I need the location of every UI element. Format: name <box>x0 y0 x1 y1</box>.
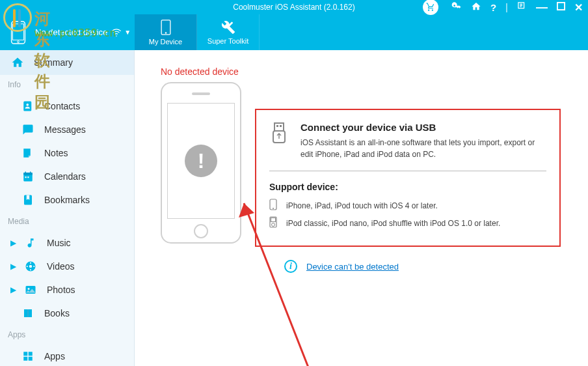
books-icon <box>21 307 35 319</box>
messages-icon <box>21 124 35 135</box>
apps-icon <box>21 350 35 362</box>
svg-rect-3 <box>12 23 23 40</box>
tab-my-device[interactable]: My Device <box>135 14 197 50</box>
sidebar-item-music[interactable]: ▶ Music <box>0 231 134 255</box>
svg-point-21 <box>27 266 28 267</box>
svg-point-24 <box>28 288 30 290</box>
sidebar-section-media: Media <box>0 212 134 231</box>
help-icon[interactable]: ? <box>490 2 496 13</box>
svg-point-4 <box>18 40 20 42</box>
notes-icon <box>21 147 35 159</box>
wifi-icon <box>111 29 122 36</box>
sidebar-item-summary[interactable]: Summary <box>0 50 134 75</box>
sidebar-item-notes[interactable]: Notes <box>0 141 134 165</box>
sidebar-item-books[interactable]: Books <box>0 302 134 325</box>
photos-icon <box>23 284 38 296</box>
sidebar-item-photos[interactable]: ▶ Photos <box>0 278 134 302</box>
detect-help-link[interactable]: Device can't be detected <box>306 262 399 272</box>
svg-rect-28 <box>23 357 27 361</box>
svg-rect-27 <box>29 352 33 356</box>
svg-point-19 <box>30 262 31 264</box>
expand-arrow-icon: ▶ <box>10 262 20 271</box>
iphone-icon <box>269 199 280 212</box>
sidebar-item-contacts[interactable]: Contacts <box>0 94 134 118</box>
svg-point-18 <box>29 265 33 268</box>
svg-rect-14 <box>25 176 27 178</box>
phone-placeholder: ! <box>161 82 241 244</box>
svg-point-6 <box>165 32 167 34</box>
svg-point-9 <box>26 104 29 106</box>
titlebar: Coolmuster iOS Assistant (2.0.162) ? | —… <box>0 0 588 14</box>
svg-rect-11 <box>23 173 33 175</box>
ipod-icon <box>269 216 280 230</box>
home-icon[interactable] <box>471 1 481 14</box>
sidebar-section-apps: Apps <box>0 325 134 345</box>
exclamation-icon: ! <box>185 145 217 177</box>
svg-rect-31 <box>276 125 278 127</box>
svg-rect-1 <box>557 3 565 10</box>
svg-point-35 <box>273 208 274 209</box>
svg-rect-15 <box>27 176 29 178</box>
bookmark-icon <box>21 194 35 206</box>
svg-rect-32 <box>280 125 282 127</box>
svg-rect-12 <box>25 172 27 174</box>
svg-rect-25 <box>27 309 29 317</box>
svg-point-20 <box>30 269 31 270</box>
no-device-label: No detected device <box>161 66 568 77</box>
svg-point-38 <box>272 223 275 227</box>
feedback-icon[interactable] <box>517 1 527 13</box>
sidebar-item-bookmarks[interactable]: Bookmarks <box>0 188 134 212</box>
svg-rect-26 <box>23 352 27 356</box>
device-info[interactable]: No detected device ▼ <box>0 14 135 50</box>
svg-point-22 <box>33 266 34 267</box>
key-icon[interactable] <box>451 1 462 14</box>
sidebar: Summary Info Contacts Messages Notes Cal… <box>0 50 135 366</box>
usb-icon <box>269 122 291 160</box>
info-icon: i <box>284 260 297 273</box>
svg-rect-13 <box>30 172 31 174</box>
sidebar-item-messages[interactable]: Messages <box>0 118 134 141</box>
sidebar-item-videos[interactable]: ▶ Videos <box>0 255 134 278</box>
music-icon <box>23 237 38 249</box>
videos-icon <box>23 260 38 272</box>
svg-rect-30 <box>274 123 284 131</box>
maximize-button[interactable] <box>557 2 565 12</box>
support-heading: Support device: <box>269 182 546 192</box>
cart-icon[interactable] <box>423 0 438 15</box>
support-device-2: iPod classic, iPod nano, iPod shuffle wi… <box>269 216 546 230</box>
close-button[interactable]: ✕ <box>574 1 583 14</box>
support-device-1: iPhone, iPad, iPod touch with iOS 4 or l… <box>269 199 546 212</box>
topbar: No detected device ▼ My Device Super Too… <box>0 14 588 50</box>
expand-arrow-icon: ▶ <box>10 285 20 294</box>
sidebar-item-calendars[interactable]: Calendars <box>0 165 134 188</box>
tab-super-toolkit[interactable]: Super Toolkit <box>197 14 260 50</box>
svg-rect-29 <box>29 357 33 361</box>
home-icon <box>10 56 25 69</box>
sidebar-item-apps[interactable]: Apps <box>0 345 134 366</box>
device-label: No detected device <box>35 27 107 37</box>
content-area: No detected device ! Connect your device… <box>135 50 588 366</box>
sidebar-section-info: Info <box>0 75 134 94</box>
connect-description: iOS Assistant is an all-in-one software … <box>301 137 546 160</box>
calendar-icon <box>21 171 35 182</box>
svg-rect-2 <box>12 21 25 43</box>
connect-heading: Connect your device via USB <box>301 122 546 133</box>
expand-arrow-icon: ▶ <box>10 238 20 247</box>
svg-rect-8 <box>23 102 31 111</box>
contacts-icon <box>21 100 35 112</box>
connect-info-box: Connect your device via USB iOS Assistan… <box>255 109 561 247</box>
divider: | <box>505 2 508 12</box>
chevron-down-icon: ▼ <box>124 29 131 36</box>
minimize-button[interactable]: — <box>536 1 548 14</box>
svg-rect-37 <box>271 218 276 222</box>
